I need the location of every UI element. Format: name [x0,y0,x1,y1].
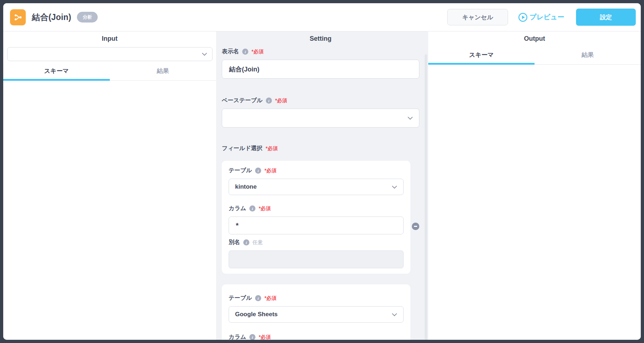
column-label: カラム [229,205,246,212]
required-badge: *必須 [275,98,287,104]
field-card-kintone: テーブル i *必須 kintone カラム i *必須 [222,161,410,274]
chevron-down-icon [392,185,397,189]
table-select-google-sheets[interactable]: Google Sheets [229,306,404,323]
base-table-label: ベーステーブル [222,97,263,104]
display-name-input[interactable] [222,60,419,79]
table-label: テーブル [229,294,252,302]
column-label-row: カラム i *必須 [229,205,404,212]
output-panel-title: Output [428,31,641,43]
remove-field-button[interactable] [412,223,419,230]
table-label-row: テーブル i *必須 [229,294,404,302]
chevron-down-icon [392,313,397,316]
cancel-button[interactable]: キャンセル [447,9,508,25]
output-tabs: スキーマ 結果 [428,46,641,65]
input-tab-schema[interactable]: スキーマ [3,62,110,80]
display-name-label: 表示名 [222,48,239,55]
required-badge: *必須 [266,145,278,152]
page-title: 結合(Join) [32,12,71,23]
input-panel: Input スキーマ 結果 [3,31,216,340]
setting-panel: Setting 表示名 i *必須 ベーステーブル i *必須 [216,31,428,340]
setting-panel-title: Setting [222,31,419,43]
info-icon[interactable]: i [243,239,249,245]
join-node-icon [10,9,26,25]
chevron-down-icon [202,53,207,56]
base-table-label-row: ベーステーブル i *必須 [222,97,419,104]
header-actions: キャンセル プレビュー 設定 [447,9,636,26]
required-badge: *必須 [252,49,263,55]
minus-icon [414,226,417,227]
output-tab-schema[interactable]: スキーマ [428,46,535,64]
alias-label-row: 別名 i 任意 [229,239,404,246]
input-tabs: スキーマ 結果 [3,62,216,81]
column-label-row: カラム i *必須 [229,333,404,340]
table-select-value: kintone [235,183,257,190]
chevron-down-icon [408,116,413,120]
field-selection-label-row: フィールド選択 *必須 [222,145,419,152]
field-card-wrap: テーブル i *必須 kintone カラム i *必須 [222,161,419,274]
table-select-kintone[interactable]: kintone [229,179,404,195]
info-icon[interactable]: i [249,334,255,340]
alias-input-kintone [229,250,404,268]
required-badge: *必須 [259,334,270,340]
info-icon[interactable]: i [249,205,255,212]
table-label: テーブル [229,167,252,174]
category-badge: 分析 [77,12,98,23]
base-table-select[interactable] [222,109,419,128]
content-area: Input スキーマ 結果 Setting 表示名 i *必須 [3,31,641,340]
join-merge-glyph [13,13,23,22]
info-icon[interactable]: i [242,49,248,55]
field-card-google-sheets: テーブル i *必須 Google Sheets カラム i [222,284,410,340]
input-panel-title: Input [3,31,216,43]
alias-label: 別名 [229,239,240,246]
info-icon[interactable]: i [255,168,261,174]
required-badge: *必須 [264,295,276,302]
output-tab-result[interactable]: 結果 [535,46,641,64]
setting-scrollbar[interactable] [425,54,427,340]
preview-button-label: プレビュー [530,13,564,22]
table-label-row: テーブル i *必須 [229,167,404,174]
info-icon[interactable]: i [255,295,261,301]
required-badge: *必須 [264,168,276,174]
input-tab-result[interactable]: 結果 [110,62,216,80]
column-input-kintone[interactable] [229,217,404,234]
required-badge: *必須 [259,205,270,212]
column-label: カラム [229,333,246,340]
window-frame: 結合(Join) 分析 キャンセル プレビュー 設定 Input [0,0,644,343]
optional-badge: 任意 [253,239,263,246]
app-window: 結合(Join) 分析 キャンセル プレビュー 設定 Input [3,3,641,340]
info-icon[interactable]: i [266,98,272,104]
output-panel: Output スキーマ 結果 [428,31,641,340]
table-select-value: Google Sheets [235,311,278,318]
field-selection-label: フィールド選択 [222,145,263,152]
display-name-label-row: 表示名 i *必須 [222,48,419,55]
input-source-select[interactable] [7,47,213,61]
play-circle-icon [518,13,528,22]
settings-submit-button[interactable]: 設定 [576,9,636,26]
preview-button[interactable]: プレビュー [518,13,564,22]
field-card-wrap: テーブル i *必須 Google Sheets カラム i [222,284,419,340]
header-bar: 結合(Join) 分析 キャンセル プレビュー 設定 [3,3,641,31]
